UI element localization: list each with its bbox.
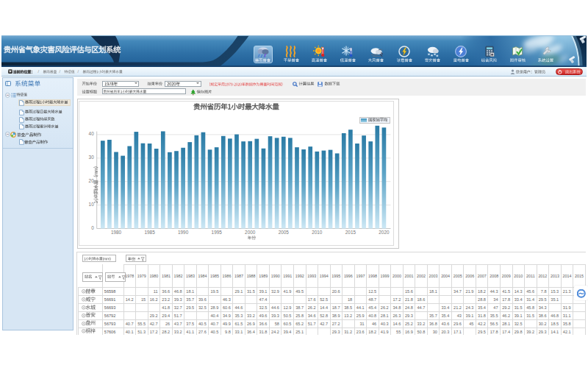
svg-text:1990: 1990	[178, 230, 189, 235]
svg-text:2000: 2000	[245, 230, 256, 235]
svg-text:40: 40	[89, 131, 95, 136]
svg-text:1995: 1995	[212, 230, 223, 235]
svg-text:2020: 2020	[379, 230, 390, 235]
svg-text:2010: 2010	[312, 230, 323, 235]
svg-text:2005: 2005	[279, 230, 290, 235]
svg-text:1985: 1985	[144, 230, 155, 235]
svg-text:2015: 2015	[345, 230, 356, 235]
svg-text:1980: 1980	[111, 230, 122, 235]
svg-text:0: 0	[91, 224, 94, 230]
